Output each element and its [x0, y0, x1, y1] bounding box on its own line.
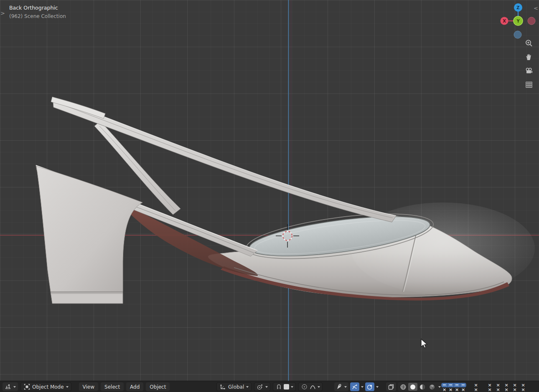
- chevron-down-icon: [291, 386, 293, 388]
- missing-icon-glyph: ×: [474, 383, 478, 387]
- missing-icon-glyph: ×: [496, 383, 500, 387]
- missing-icon-glyph: ×: [442, 387, 446, 392]
- chevron-down-icon: [438, 386, 441, 388]
- toolbar-middle-group: Global: [216, 381, 323, 392]
- view-name-label: Back Orthographic: [9, 4, 66, 12]
- pivot-point-icon: [257, 384, 263, 390]
- orientation-label: Global: [228, 384, 244, 390]
- missing-icon-column[interactable]: × ×: [519, 383, 527, 392]
- camera-view-icon[interactable]: [524, 66, 534, 76]
- chevron-down-icon: [318, 386, 320, 388]
- zoom-icon[interactable]: [524, 39, 534, 48]
- missing-icon-glyph: ×: [513, 383, 516, 387]
- svg-text:X: X: [503, 19, 506, 23]
- snap-controls[interactable]: [273, 382, 296, 391]
- show-gizmo-dropdown[interactable]: [334, 382, 348, 391]
- missing-icon-column[interactable]: × ×: [494, 383, 502, 392]
- chevron-down-icon: [361, 386, 364, 388]
- shading-rendered-button[interactable]: [427, 383, 437, 391]
- shading-material-button[interactable]: [418, 383, 427, 391]
- overlap-squares-icon: [388, 384, 394, 390]
- missing-icon-glyph: ×: [496, 387, 500, 392]
- missing-icon-glyph: ×: [474, 387, 478, 392]
- shading-wireframe-button[interactable]: [399, 383, 408, 391]
- editor-3d-viewport-icon: [5, 384, 11, 390]
- toolbar-missing-icons-strip: × × × × × ×: [441, 382, 527, 392]
- menu-add[interactable]: Add: [126, 382, 143, 391]
- missing-icon-column[interactable]: × ×: [486, 383, 494, 392]
- menu-object[interactable]: Object: [146, 382, 170, 391]
- missing-icon-glyph: ×: [461, 387, 465, 392]
- proportional-edit-controls[interactable]: [298, 382, 323, 391]
- blue-toggle-column[interactable]: ×: [454, 383, 460, 392]
- missing-icon-glyph: ×: [521, 383, 525, 387]
- mode-label: Object Mode: [32, 384, 64, 390]
- orientation-axes-icon: [219, 384, 226, 390]
- transform-orientation-dropdown[interactable]: Global: [216, 382, 252, 391]
- falloff-curve-icon: [309, 384, 316, 390]
- grid-ortho-icon[interactable]: [524, 80, 534, 89]
- missing-icon-glyph: ×: [504, 387, 508, 392]
- blue-toggle-button[interactable]: [454, 383, 460, 387]
- toolbar-right-group: [334, 381, 443, 392]
- missing-icon-column[interactable]: × ×: [502, 383, 511, 392]
- blue-toggle-button[interactable]: [441, 383, 447, 387]
- navigation-gizmo[interactable]: Z X Y: [499, 0, 537, 40]
- missing-icon-glyph: ×: [488, 387, 491, 392]
- magnet-icon: [275, 384, 282, 390]
- toolbar-left-group: Object Mode View Select Add Object: [3, 381, 170, 392]
- viewport-side-tools: [524, 39, 534, 89]
- toolbar-expand-icon[interactable]: >: [0, 10, 5, 16]
- object-mode-icon: [23, 384, 30, 390]
- missing-icon-glyph: ×: [513, 387, 516, 392]
- viewport-header-bar: Object Mode View Select Add Object Globa…: [0, 381, 539, 392]
- chevron-down-icon: [344, 386, 347, 388]
- mouse-cursor: [421, 339, 427, 348]
- blue-toggle-column[interactable]: ×: [447, 383, 454, 392]
- missing-icon-column[interactable]: × ×: [511, 383, 519, 392]
- shoe-model[interactable]: [36, 97, 535, 303]
- svg-text:Z: Z: [516, 5, 519, 10]
- missing-icon-glyph: ×: [455, 387, 459, 392]
- chevron-down-icon: [66, 386, 69, 388]
- gizmo-neg-z-axis[interactable]: [514, 31, 521, 38]
- pan-hand-icon[interactable]: [524, 53, 534, 62]
- snap-target-swatch: [284, 384, 289, 389]
- show-overlays-toggle[interactable]: [350, 382, 359, 391]
- gizmo-pin-icon: [336, 384, 343, 390]
- chevron-down-icon: [265, 386, 268, 388]
- xray-icon: [366, 384, 373, 390]
- blue-toggle-button[interactable]: [447, 383, 454, 387]
- proportional-edit-icon: [301, 384, 308, 390]
- missing-icon-glyph: ×: [449, 387, 453, 392]
- viewport-header-text: Back Orthographic (962) Scene Collection: [9, 4, 66, 20]
- gizmo-neg-x-axis[interactable]: [528, 17, 535, 25]
- menu-select[interactable]: Select: [101, 382, 124, 391]
- blue-toggle-column[interactable]: ×: [460, 383, 466, 392]
- shading-solid-button[interactable]: [408, 383, 417, 391]
- pivot-point-dropdown[interactable]: [254, 382, 270, 391]
- missing-icon-column[interactable]: × ×: [472, 383, 480, 392]
- render-region-button[interactable]: [386, 382, 396, 391]
- viewport-shading-group: [398, 382, 443, 391]
- missing-icon-glyph: ×: [504, 383, 508, 387]
- editor-type-button[interactable]: [3, 382, 18, 391]
- xray-toggle[interactable]: [365, 382, 374, 391]
- menu-view[interactable]: View: [79, 382, 98, 391]
- chevron-down-icon: [376, 386, 379, 388]
- missing-icon-glyph: ×: [488, 383, 491, 387]
- collection-label: (962) Scene Collection: [9, 12, 66, 20]
- chevron-down-icon: [13, 386, 16, 388]
- viewport-render: [0, 0, 539, 392]
- chevron-down-icon: [246, 386, 249, 388]
- overlays-icon: [351, 384, 358, 390]
- svg-text:Y: Y: [516, 19, 520, 23]
- mode-dropdown[interactable]: Object Mode: [20, 382, 71, 391]
- blender-window: Back Orthographic (962) Scene Collection…: [0, 0, 539, 392]
- blue-toggle-button[interactable]: [460, 383, 466, 387]
- missing-icon-glyph: ×: [521, 387, 525, 392]
- blue-toggle-column[interactable]: ×: [441, 383, 447, 392]
